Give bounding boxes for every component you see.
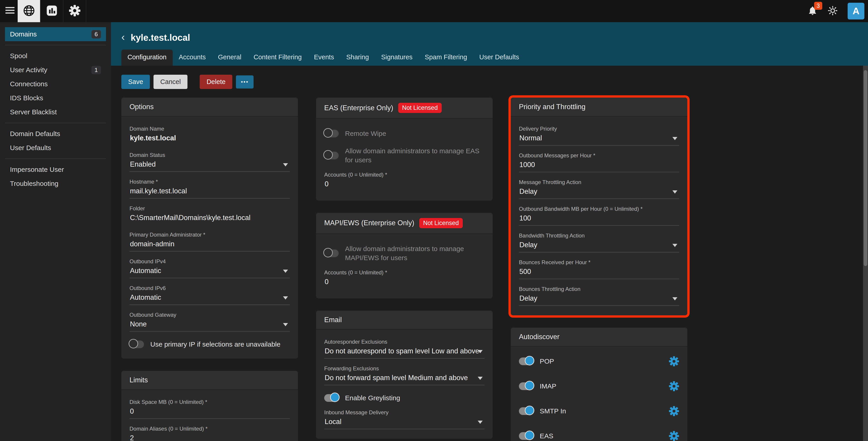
field-input[interactable]: 0 xyxy=(129,405,290,419)
field-select[interactable]: Automatic xyxy=(129,265,290,278)
toggle-smtp-in[interactable] xyxy=(519,407,533,415)
toggle-label: Enable Greylisting xyxy=(345,393,400,403)
field-select[interactable]: None xyxy=(129,318,290,332)
save-button[interactable]: Save xyxy=(121,75,150,89)
toggle-pop[interactable] xyxy=(519,357,533,365)
card-body: Remote WipeAllow domain administrators t… xyxy=(316,119,493,200)
sidebar-item-troubleshooting[interactable]: Troubleshooting xyxy=(5,177,106,191)
card-title: Priority and Throttling xyxy=(519,103,585,111)
field-domain-name: Domain Namekyle.test.local xyxy=(129,119,290,145)
sidebar-item-user-activity[interactable]: User Activity1 xyxy=(5,63,106,77)
tab-configuration[interactable]: Configuration xyxy=(121,50,173,66)
tab-events[interactable]: Events xyxy=(308,50,340,66)
topbar: 3 A xyxy=(0,0,868,22)
topnav-domains[interactable] xyxy=(18,0,40,22)
field-input[interactable]: domain-admin xyxy=(129,238,290,252)
tab-spam-filtering[interactable]: Spam Filtering xyxy=(418,50,473,66)
card-eas-enterprise-only: EAS (Enterprise Only)Not LicensedRemote … xyxy=(316,98,493,200)
back-button[interactable]: ‹ xyxy=(121,32,125,43)
sidebar-item-domain-defaults[interactable]: Domain Defaults xyxy=(5,127,106,141)
field-value-text: 500 xyxy=(519,267,531,276)
field-select[interactable]: Normal xyxy=(519,132,679,146)
toggle-allow-domain-administrators-to-manage-eas-for-users[interactable] xyxy=(324,152,339,159)
field-value-text: Automatic xyxy=(130,293,161,301)
field-input[interactable]: 100 xyxy=(519,212,679,226)
cancel-button[interactable]: Cancel xyxy=(154,75,187,89)
theme-toggle-button[interactable] xyxy=(827,5,838,17)
sidebar-item-connections[interactable]: Connections xyxy=(5,77,106,91)
sidebar-item-impersonate-user[interactable]: Impersonate User xyxy=(5,162,106,177)
column-left: OptionsDomain Namekyle.test.localDomain … xyxy=(121,98,298,441)
field-input[interactable]: mail.kyle.test.local xyxy=(129,185,290,198)
delete-button[interactable]: Delete xyxy=(200,75,232,89)
sidebar-item-label: IDS Blocks xyxy=(10,94,43,102)
gear-icon xyxy=(669,356,679,367)
chevron-down-icon xyxy=(283,163,288,166)
field-label: Outbound Bandwidth MB per Hour (0 = Unli… xyxy=(519,206,679,212)
topnav-reports[interactable] xyxy=(40,0,63,22)
vertical-scrollbar[interactable] xyxy=(863,66,868,441)
toggle-allow-domain-administrators-to-manage-mapi-ews-for-users[interactable] xyxy=(324,250,339,257)
chevron-down-icon xyxy=(283,296,288,300)
main: ‹ kyle.test.local ConfigurationAccountsG… xyxy=(111,22,868,441)
hamburger-menu-icon[interactable] xyxy=(5,7,14,15)
sidebar-item-domains[interactable]: Domains6 xyxy=(5,27,106,41)
avatar[interactable]: A xyxy=(848,3,864,20)
chevron-down-icon xyxy=(478,350,483,353)
chevron-down-icon xyxy=(672,297,677,301)
field-accounts-0-unlimited: Accounts (0 = Unlimited) *0 xyxy=(324,262,485,289)
toggle-enable-greylisting[interactable] xyxy=(324,394,339,402)
field-input[interactable]: 1000 xyxy=(519,159,679,172)
field-input[interactable]: 2 xyxy=(129,432,290,441)
field-value: C:\SmarterMail\Domains\kyle.test.local xyxy=(129,212,290,225)
field-select[interactable]: Do not forward spam level Medium and abo… xyxy=(324,372,485,385)
field-select[interactable]: Enabled xyxy=(129,158,290,172)
tab-signatures[interactable]: Signatures xyxy=(375,50,418,66)
tab-content-filtering[interactable]: Content Filtering xyxy=(247,50,308,66)
tab-sharing[interactable]: Sharing xyxy=(340,50,375,66)
sidebar-item-user-defaults[interactable]: User Defaults xyxy=(5,141,106,155)
sidebar-item-server-blacklist[interactable]: Server Blacklist xyxy=(5,105,106,119)
service-row-pop: POP xyxy=(519,349,679,374)
service-settings-button[interactable] xyxy=(669,406,679,416)
sun-icon xyxy=(827,13,838,17)
scrollbar-thumb[interactable] xyxy=(864,70,867,266)
field-select[interactable]: Local xyxy=(324,416,485,429)
sidebar-item-spool[interactable]: Spool xyxy=(5,49,106,63)
tab-user-defaults[interactable]: User Defaults xyxy=(473,50,525,66)
field-label: Hostname * xyxy=(129,179,290,185)
card-autodiscover: AutodiscoverPOPIMAPSMTP InEASEWS xyxy=(511,327,687,441)
toggle-use-primary-ip-if-selections-are-unavailable[interactable] xyxy=(129,341,144,348)
more-actions-button[interactable]: ••• xyxy=(236,75,254,89)
sidebar-item-ids-blocks[interactable]: IDS Blocks xyxy=(5,91,106,105)
tab-general[interactable]: General xyxy=(212,50,247,66)
service-settings-button[interactable] xyxy=(669,356,679,367)
field-select[interactable]: Do not autorespond to spam level Low and… xyxy=(324,345,485,358)
toolbar: SaveCancelDelete••• xyxy=(121,75,868,89)
field-input[interactable]: 500 xyxy=(519,265,679,279)
field-label: Forwarding Exclusions xyxy=(324,366,485,372)
field-select[interactable]: Automatic xyxy=(129,291,290,305)
field-value-text: Do not forward spam level Medium and abo… xyxy=(324,374,468,382)
field-select[interactable]: Delay xyxy=(519,239,679,252)
field-select[interactable]: Delay xyxy=(519,292,679,306)
toggle-imap[interactable] xyxy=(519,382,533,390)
card-mapi-ews-enterprise-only: MAPI/EWS (Enterprise Only)Not LicensedAl… xyxy=(316,213,493,298)
field-select[interactable]: Delay xyxy=(519,185,679,199)
toggle-label: Allow domain administrators to manage MA… xyxy=(345,244,485,262)
notification-count-badge: 3 xyxy=(814,2,822,10)
topnav-settings[interactable] xyxy=(63,0,86,22)
chevron-down-icon xyxy=(283,323,288,326)
toggle-eas[interactable] xyxy=(519,432,533,440)
service-settings-button[interactable] xyxy=(669,381,679,391)
toggle-remote-wipe[interactable] xyxy=(324,130,339,137)
field-value-text: 0 xyxy=(324,278,329,286)
field-label: Outbound Messages per Hour * xyxy=(519,152,679,159)
gear-icon xyxy=(669,431,679,441)
tab-accounts[interactable]: Accounts xyxy=(173,50,212,66)
field-label: Domain Status xyxy=(129,152,290,158)
service-settings-button[interactable] xyxy=(669,431,679,441)
sidebar-item-label: User Defaults xyxy=(10,144,51,152)
notifications-button[interactable]: 3 xyxy=(807,5,818,17)
field-label: Accounts (0 = Unlimited) * xyxy=(324,171,485,178)
